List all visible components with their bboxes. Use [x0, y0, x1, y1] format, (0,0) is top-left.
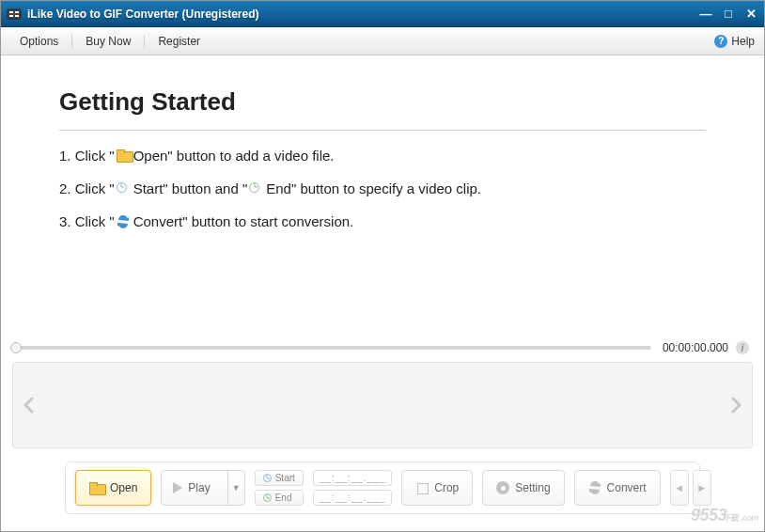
- convert-icon: [117, 215, 132, 228]
- time-in-input[interactable]: __:__:__.___: [313, 470, 392, 486]
- svg-rect-3: [15, 11, 19, 13]
- maximize-button[interactable]: □: [721, 7, 736, 22]
- crop-label: Crop: [434, 481, 459, 494]
- timeline-track[interactable]: [16, 346, 651, 350]
- folder-icon: [117, 149, 132, 163]
- play-dropdown[interactable]: ▼: [227, 471, 244, 505]
- info-icon[interactable]: i: [736, 341, 749, 354]
- step-1: 1. Click " Open" button to add a video f…: [59, 148, 706, 164]
- clock-start-icon: [263, 474, 272, 482]
- crop-icon: [415, 481, 429, 494]
- menu-register[interactable]: Register: [148, 31, 210, 52]
- frame-next-button[interactable]: ►: [693, 470, 711, 506]
- play-button[interactable]: Play ▼: [161, 470, 244, 506]
- menu-help[interactable]: ? Help: [714, 35, 755, 48]
- content-area: Getting Started 1. Click " Open" button …: [1, 55, 764, 531]
- title-bar: iLike Video to GIF Converter (Unregister…: [1, 1, 764, 27]
- strip-next-button[interactable]: [727, 396, 744, 415]
- step-2: 2. Click " Start" button and " End" butt…: [59, 180, 706, 196]
- step-3: 3. Click " Convert" button to start conv…: [59, 213, 706, 229]
- help-icon: ?: [714, 35, 727, 48]
- preview-strip: [12, 362, 753, 448]
- bottom-toolbar: Open Play ▼ Start End: [65, 462, 700, 514]
- clock-start-icon: [117, 182, 132, 196]
- frame-prev-button[interactable]: ◄: [670, 470, 689, 506]
- gear-icon: [496, 481, 509, 494]
- close-button[interactable]: ✕: [743, 7, 758, 22]
- window-controls: — □ ✕: [698, 7, 758, 22]
- play-button-label: Play: [188, 481, 210, 494]
- app-icon: [7, 7, 22, 22]
- menu-buy-now[interactable]: Buy Now: [76, 31, 140, 52]
- strip-prev-button[interactable]: [21, 396, 38, 415]
- folder-icon: [89, 482, 104, 493]
- getting-started-heading: Getting Started: [59, 87, 706, 117]
- setting-label: Setting: [515, 481, 550, 494]
- crop-button[interactable]: Crop: [401, 470, 473, 506]
- timeline: 00:00:00.000 i: [8, 341, 757, 354]
- end-button[interactable]: End: [255, 490, 304, 506]
- convert-label: Convert: [607, 481, 647, 494]
- setting-button[interactable]: Setting: [482, 470, 564, 506]
- svg-rect-2: [9, 15, 13, 17]
- timeline-playhead[interactable]: [10, 342, 22, 353]
- start-label: Start: [275, 473, 295, 483]
- menu-bar: Options Buy Now Register ? Help: [1, 27, 764, 55]
- start-button[interactable]: Start: [255, 470, 304, 486]
- time-out-input[interactable]: __:__:__.___: [313, 490, 392, 506]
- end-label: End: [275, 493, 292, 503]
- getting-started-panel: Getting Started 1. Click " Open" button …: [8, 63, 757, 246]
- start-end-stack: Start End: [255, 470, 304, 506]
- play-icon: [173, 482, 182, 493]
- convert-icon: [588, 481, 601, 494]
- divider: [59, 130, 706, 131]
- menu-help-label: Help: [731, 35, 755, 48]
- clock-end-icon: [249, 182, 264, 196]
- clock-end-icon: [263, 493, 272, 502]
- svg-rect-1: [9, 11, 13, 13]
- menu-separator: [144, 35, 145, 48]
- time-stack: __:__:__.___ __:__:__.___: [313, 470, 392, 506]
- open-button-label: Open: [110, 481, 137, 494]
- menu-options[interactable]: Options: [10, 31, 68, 52]
- timecode: 00:00:00.000: [663, 341, 728, 354]
- convert-button[interactable]: Convert: [574, 470, 661, 506]
- window-title: iLike Video to GIF Converter (Unregister…: [27, 8, 698, 21]
- app-window: iLike Video to GIF Converter (Unregister…: [0, 0, 765, 532]
- minimize-button[interactable]: —: [698, 7, 713, 22]
- svg-rect-0: [8, 9, 21, 19]
- svg-rect-4: [15, 15, 19, 17]
- menu-separator: [71, 35, 72, 48]
- open-button[interactable]: Open: [75, 470, 151, 506]
- frame-nav: ◄ ►: [670, 470, 711, 506]
